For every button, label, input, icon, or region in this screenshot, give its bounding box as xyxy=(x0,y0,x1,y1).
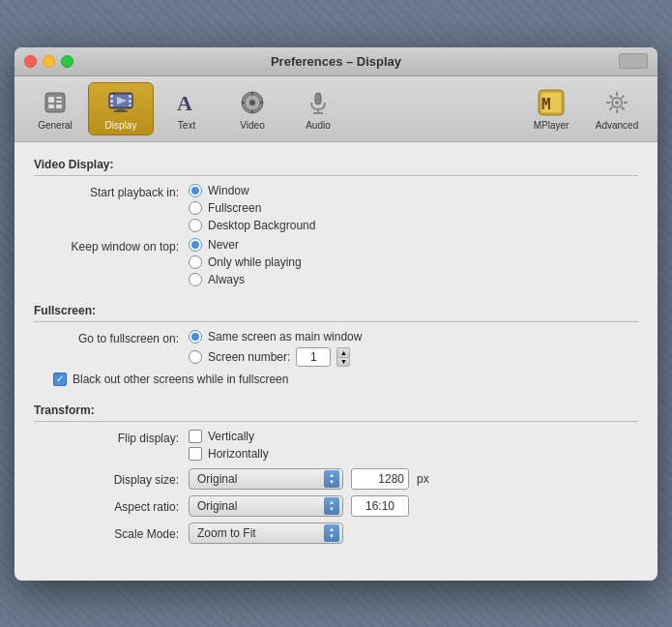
svg-text:M: M xyxy=(541,95,551,113)
svg-rect-4 xyxy=(56,101,62,103)
fullscreen-controls: Same screen as main window Screen number… xyxy=(189,330,362,367)
flip-controls: Vertically Horizontally xyxy=(189,430,269,461)
video-icon xyxy=(237,87,268,118)
display-size-dropdown-wrapper: Original Half Normal Double xyxy=(189,468,343,490)
minimize-button[interactable] xyxy=(43,55,55,68)
svg-rect-1 xyxy=(48,97,54,103)
aspect-ratio-row: Aspect ratio: Original 4:3 16:9 16:10 16… xyxy=(34,495,638,517)
playback-fullscreen-radio[interactable] xyxy=(189,201,202,215)
screen-number-stepper: ▲ ▼ xyxy=(336,347,350,367)
playback-desktop-option[interactable]: Desktop Background xyxy=(189,219,315,232)
svg-rect-5 xyxy=(56,104,62,108)
svg-rect-13 xyxy=(110,104,113,106)
fullscreen-same-screen-option[interactable]: Same screen as main window xyxy=(189,330,362,343)
window-controls xyxy=(24,55,73,68)
toolbar: General xyxy=(15,76,657,142)
maximize-button[interactable] xyxy=(61,55,73,68)
aspect-ratio-select[interactable]: Original 4:3 16:9 16:10 xyxy=(189,495,343,517)
transform-header: Transform: xyxy=(34,403,638,422)
svg-text:A: A xyxy=(177,91,192,115)
display-size-px-input[interactable] xyxy=(351,468,409,490)
flip-display-row: Flip display: Vertically Horizontally xyxy=(34,430,638,461)
svg-rect-11 xyxy=(110,95,113,98)
svg-point-21 xyxy=(249,100,255,105)
toolbar-item-advanced[interactable]: Advanced xyxy=(584,83,650,134)
start-playback-row: Start playback in: Window Fullscreen Des… xyxy=(34,184,638,232)
screen-number-up[interactable]: ▲ xyxy=(336,347,350,357)
keep-window-always-option[interactable]: Always xyxy=(189,273,302,286)
display-size-select[interactable]: Original Half Normal Double xyxy=(189,468,343,490)
content-area: Video Display: Start playback in: Window… xyxy=(15,142,657,581)
toolbar-advanced-label: Advanced xyxy=(596,120,638,131)
scale-mode-select[interactable]: Zoom to Fit Fit Inside Stretch xyxy=(189,522,343,544)
video-display-section: Video Display: Start playback in: Window… xyxy=(34,158,638,286)
display-icon xyxy=(105,87,136,118)
audio-icon xyxy=(303,87,334,118)
toolbar-item-text[interactable]: A Text xyxy=(154,83,219,134)
keep-window-playing-option[interactable]: Only while playing xyxy=(189,255,302,269)
keep-window-playing-radio[interactable] xyxy=(189,255,202,269)
playback-window-option[interactable]: Window xyxy=(189,184,315,197)
playback-fullscreen-option[interactable]: Fullscreen xyxy=(189,201,315,215)
toolbar-item-display[interactable]: Display xyxy=(88,82,154,135)
close-button[interactable] xyxy=(24,55,37,68)
playback-fullscreen-label: Fullscreen xyxy=(208,201,261,215)
toolbar-item-audio[interactable]: Audio xyxy=(285,83,351,134)
flip-horizontally-checkbox[interactable] xyxy=(189,447,202,461)
toolbar-item-general[interactable]: General xyxy=(22,83,88,134)
aspect-ratio-dropdown-wrapper: Original 4:3 16:9 16:10 xyxy=(189,495,343,517)
svg-rect-0 xyxy=(45,93,65,112)
svg-rect-26 xyxy=(315,93,321,104)
display-size-row: Display size: Original Half Normal Doubl… xyxy=(34,468,638,490)
fullscreen-same-screen-radio[interactable] xyxy=(189,330,202,343)
display-size-px-unit: px xyxy=(417,472,429,486)
titlebar-widget xyxy=(619,53,648,69)
blackout-label: Black out other screens while in fullscr… xyxy=(73,373,288,386)
preferences-window: Preferences – Display General xyxy=(15,47,657,581)
scale-mode-row: Scale Mode: Zoom to Fit Fit Inside Stret… xyxy=(34,522,638,544)
fullscreen-screen-number-radio[interactable] xyxy=(189,350,202,364)
toolbar-general-label: General xyxy=(38,120,73,131)
svg-rect-2 xyxy=(48,104,54,108)
keep-window-label: Keep window on top: xyxy=(34,238,189,254)
svg-line-41 xyxy=(610,106,613,109)
screen-number-input[interactable] xyxy=(296,347,331,367)
flip-vertically-option[interactable]: Vertically xyxy=(189,430,269,443)
keep-window-never-label: Never xyxy=(208,238,239,252)
flip-vertically-checkbox[interactable] xyxy=(189,430,202,443)
start-playback-controls: Window Fullscreen Desktop Background xyxy=(189,184,315,232)
scale-mode-label: Scale Mode: xyxy=(34,525,189,541)
keep-window-always-label: Always xyxy=(208,273,245,286)
svg-line-40 xyxy=(622,95,625,98)
keep-window-never-option[interactable]: Never xyxy=(189,238,302,252)
display-size-label: Display size: xyxy=(34,471,189,487)
fullscreen-header: Fullscreen: xyxy=(34,304,638,322)
toolbar-text-label: Text xyxy=(178,120,195,131)
text-icon: A xyxy=(171,87,202,118)
svg-rect-9 xyxy=(114,110,128,112)
aspect-ratio-value: 16:10 xyxy=(351,495,409,517)
svg-line-39 xyxy=(622,106,625,109)
svg-rect-3 xyxy=(56,97,62,99)
svg-rect-16 xyxy=(129,104,131,106)
flip-horizontally-option[interactable]: Horizontally xyxy=(189,447,269,461)
keep-window-never-radio[interactable] xyxy=(189,238,202,252)
screen-number-down[interactable]: ▼ xyxy=(336,357,350,367)
blackout-option[interactable]: Black out other screens while in fullscr… xyxy=(53,373,288,386)
toolbar-item-mplayer[interactable]: M MPlayer xyxy=(518,83,584,134)
svg-rect-12 xyxy=(110,100,113,103)
keep-window-row: Keep window on top: Never Only while pla… xyxy=(34,238,638,286)
svg-line-38 xyxy=(610,95,613,98)
aspect-ratio-label: Aspect ratio: xyxy=(34,498,189,514)
start-playback-label: Start playback in: xyxy=(34,184,189,199)
playback-desktop-radio[interactable] xyxy=(189,219,202,232)
keep-window-always-radio[interactable] xyxy=(189,273,202,286)
toolbar-mplayer-label: MPlayer xyxy=(534,120,570,131)
toolbar-video-label: Video xyxy=(240,120,264,131)
svg-point-33 xyxy=(615,101,619,104)
toolbar-item-video[interactable]: Video xyxy=(219,83,285,134)
display-size-controls: Original Half Normal Double px xyxy=(189,468,429,490)
video-display-header: Video Display: xyxy=(34,158,638,176)
blackout-checkbox[interactable] xyxy=(53,373,67,386)
playback-window-radio[interactable] xyxy=(189,184,202,197)
